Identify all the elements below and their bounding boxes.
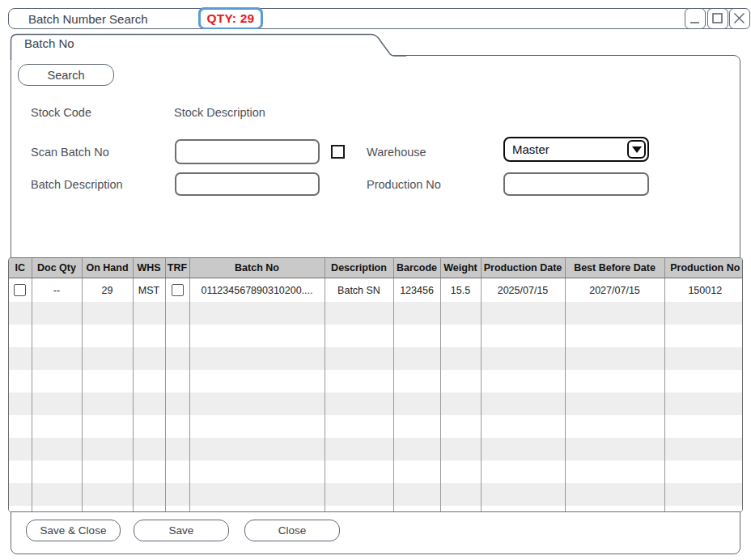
col-batch-no: Batch No [189, 258, 325, 278]
stock-code-label: Stock Code [31, 106, 91, 119]
batch-results-table: IC Doc Qty On Hand WHS TRF Batch No Desc… [8, 257, 743, 512]
batch-number-search-window: Batch Number Search QTY: 29 [0, 0, 751, 560]
col-ic: IC [9, 258, 32, 278]
cell-doc-qty: -- [32, 278, 82, 303]
scan-batch-no-input[interactable] [175, 139, 320, 164]
trf-checkbox[interactable] [172, 284, 184, 296]
cell-weight: 15.5 [440, 278, 481, 303]
close-label: Close [278, 524, 307, 537]
cell-whs: MST [133, 278, 165, 303]
save-and-close-label: Save & Close [40, 524, 107, 537]
stock-description-label: Stock Description [174, 106, 265, 119]
scan-batch-no-label: Scan Batch No [31, 146, 109, 159]
empty-table-row [9, 415, 743, 438]
production-no-label: Production No [367, 178, 441, 191]
empty-table-row [9, 325, 743, 347]
ic-checkbox[interactable] [14, 284, 26, 296]
save-and-close-button[interactable]: Save & Close [26, 520, 121, 541]
empty-table-row [9, 460, 743, 483]
col-trf: TRF [165, 258, 189, 278]
cell-ic [9, 278, 32, 303]
maximize-button[interactable] [707, 8, 728, 29]
col-on-hand: On Hand [82, 258, 133, 278]
close-button[interactable]: Close [244, 520, 340, 541]
qty-badge-value: QTY: 29 [201, 10, 261, 28]
cell-batch-no: 011234567890310200.... [189, 278, 325, 303]
window-title: Batch Number Search [28, 12, 148, 26]
cell-trf [165, 278, 189, 303]
col-whs: WHS [133, 258, 165, 278]
warehouse-select[interactable]: Master [503, 137, 649, 162]
minimize-button[interactable] [685, 8, 706, 29]
cell-production-no: 150012 [664, 278, 743, 303]
empty-table-row [9, 302, 743, 325]
save-button[interactable]: Save [134, 520, 229, 541]
empty-table-row [9, 483, 743, 506]
empty-table-row [9, 347, 743, 370]
empty-table-row [9, 506, 743, 512]
warehouse-label: Warehouse [367, 146, 426, 159]
batch-description-input[interactable] [175, 172, 320, 196]
close-button-titlebar[interactable] [729, 8, 750, 29]
cell-on-hand: 29 [82, 278, 133, 303]
table-header-row: IC Doc Qty On Hand WHS TRF Batch No Desc… [9, 258, 743, 278]
triangle-down-icon [632, 146, 642, 153]
warehouse-selected-value: Master [512, 142, 627, 156]
cell-barcode: 123456 [393, 278, 440, 303]
qty-badge: QTY: 29 [198, 7, 263, 29]
search-button[interactable]: Search [18, 64, 114, 86]
cell-description: Batch SN [325, 278, 393, 303]
production-no-input[interactable] [503, 172, 649, 196]
table-row: -- 29 MST 011234567890310200.... Batch S… [9, 278, 743, 303]
tab-batch-no[interactable]: Batch No [24, 36, 74, 50]
col-production-no: Production No [664, 258, 743, 278]
dropdown-arrow-button[interactable] [627, 140, 646, 159]
col-best-before-date: Best Before Date [565, 258, 664, 278]
cell-production-date: 2025/07/15 [481, 278, 565, 303]
scan-batch-checkbox[interactable] [331, 145, 345, 159]
col-doc-qty: Doc Qty [32, 258, 82, 278]
search-button-label: Search [48, 69, 85, 82]
table-body: -- 29 MST 011234567890310200.... Batch S… [9, 278, 743, 303]
empty-table-row [9, 392, 743, 415]
col-production-date: Production Date [481, 258, 565, 278]
empty-table-row [9, 370, 743, 392]
col-weight: Weight [440, 258, 481, 278]
window-titlebar[interactable]: Batch Number Search QTY: 29 [8, 8, 740, 29]
col-description: Description [325, 258, 393, 278]
col-barcode: Barcode [393, 258, 440, 278]
empty-table-row [9, 438, 743, 460]
save-label: Save [169, 524, 194, 537]
batch-description-label: Batch Description [31, 178, 123, 191]
window-controls [685, 8, 750, 29]
cell-best-before-date: 2027/07/15 [565, 278, 664, 303]
empty-rows [9, 302, 743, 512]
